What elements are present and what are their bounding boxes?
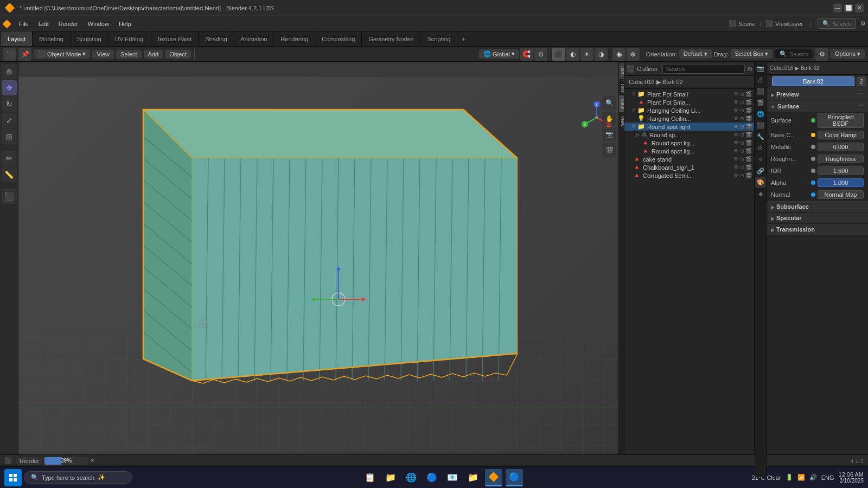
item-vis-icon7[interactable]: 👁 bbox=[733, 140, 739, 146]
transform-orientation[interactable]: Default ▾ bbox=[679, 49, 712, 59]
ior-value[interactable]: 1.500 bbox=[818, 166, 864, 175]
proportional-edit[interactable]: ⊙ bbox=[534, 48, 547, 61]
prop-tab-constraints[interactable]: 🔗 bbox=[755, 165, 766, 176]
item-sel-icon9[interactable]: ⊙ bbox=[740, 156, 744, 162]
alpha-value[interactable]: 1.000 bbox=[818, 178, 864, 187]
tab-modeling[interactable]: Modeling bbox=[33, 31, 71, 46]
taskbar-chrome1[interactable]: 🔵 bbox=[423, 469, 441, 486]
item-sel-icon3[interactable]: ⊙ bbox=[740, 107, 744, 113]
item-sel-icon6[interactable]: ⊙ bbox=[740, 132, 744, 138]
prop-tab-object[interactable]: ⬛ bbox=[755, 120, 766, 131]
tab-item[interactable]: Item bbox=[619, 63, 624, 79]
item-sel-icon10[interactable]: ⊙ bbox=[740, 164, 744, 170]
mode-select[interactable]: ⬛ Object Mode ▾ bbox=[34, 49, 90, 59]
tab-animation[interactable]: Animation bbox=[234, 31, 275, 46]
outliner-item-plant-pot-sma[interactable]: 🔺 Plant Pot Sma... 👁 ⊙ 🎬 bbox=[624, 98, 754, 106]
tab-shading[interactable]: Shading bbox=[199, 31, 234, 46]
item-sel-icon7[interactable]: ⊙ bbox=[740, 140, 744, 146]
metallic-value[interactable]: 0.000 bbox=[818, 143, 864, 151]
item-render-icon4[interactable]: 🎬 bbox=[745, 115, 752, 121]
outliner-item-round-spot-lig2[interactable]: 🔺 Round spot lig... 👁 ⊙ 🎬 bbox=[624, 147, 754, 155]
filter-icon[interactable]: ⚙ bbox=[815, 48, 828, 61]
editor-type-button[interactable]: ⬛ bbox=[3, 48, 16, 61]
item-vis-icon3[interactable]: 👁 bbox=[733, 107, 739, 113]
item-render-icon9[interactable]: 🎬 bbox=[745, 156, 752, 162]
tab-layout[interactable]: Layout bbox=[1, 31, 33, 46]
outliner-item-round-sp[interactable]: ▷ ⚙ Round sp... 👁 ⊙ 🎬 bbox=[624, 131, 754, 139]
render-view-button[interactable]: 🎬 bbox=[602, 143, 616, 157]
item-vis-icon2[interactable]: 👁 bbox=[733, 99, 739, 105]
prop-tab-physics[interactable]: ⚛ bbox=[755, 154, 766, 165]
item-sel-icon11[interactable]: ⊙ bbox=[740, 172, 744, 178]
measure-tool[interactable]: 📏 bbox=[2, 167, 17, 182]
item-vis-icon4[interactable]: 👁 bbox=[733, 115, 739, 121]
surface-value[interactable]: Principled BSDF bbox=[818, 113, 864, 128]
material-count[interactable]: 2 bbox=[857, 77, 866, 86]
taskbar-blender[interactable]: 🔶 bbox=[485, 469, 502, 486]
search-bar[interactable]: 🔍 Search bbox=[818, 18, 856, 29]
menu-render[interactable]: Render bbox=[54, 20, 82, 28]
preview-title[interactable]: Preview ⋯ bbox=[767, 88, 868, 100]
search-field[interactable]: 🔍 Search bbox=[775, 49, 813, 59]
taskbar-edge1[interactable]: 🌐 bbox=[403, 469, 420, 486]
add-cube-tool[interactable]: ⬛ bbox=[2, 189, 17, 204]
close-button[interactable]: ✕ bbox=[855, 4, 864, 12]
tab-uv-editing[interactable]: UV Editing bbox=[108, 31, 150, 46]
surface-options[interactable]: ⋯ bbox=[858, 102, 864, 110]
tab-texture-paint[interactable]: Texture Paint bbox=[150, 31, 199, 46]
scale-tool[interactable]: ⤢ bbox=[2, 113, 17, 128]
item-vis-icon8[interactable]: 👁 bbox=[733, 148, 739, 154]
taskbar-chrome2[interactable]: 🔵 bbox=[506, 469, 523, 486]
material-name-input[interactable] bbox=[772, 76, 854, 86]
taskbar-outlook[interactable]: 📧 bbox=[444, 469, 461, 486]
menu-help[interactable]: Help bbox=[114, 20, 136, 28]
overlay-toggle[interactable]: ◉ bbox=[612, 48, 626, 61]
viewport[interactable]: User Perspective (0) Collection | Cube.0… bbox=[18, 62, 618, 477]
render-mode-rendered[interactable]: ☀ bbox=[580, 48, 593, 61]
item-sel-icon5[interactable]: ⊙ bbox=[740, 124, 744, 130]
camera-view-button[interactable]: 📷 bbox=[602, 127, 616, 142]
tab-view[interactable]: View bbox=[619, 95, 624, 112]
item-vis-icon9[interactable]: 👁 bbox=[733, 156, 739, 162]
item-sel-icon[interactable]: ⊙ bbox=[740, 91, 744, 97]
annotate-tool[interactable]: ✏ bbox=[2, 151, 17, 166]
item-render-icon10[interactable]: 🎬 bbox=[745, 164, 752, 170]
transmission-title[interactable]: Transmission bbox=[767, 224, 868, 235]
snap-toggle[interactable]: 🧲 bbox=[520, 48, 533, 61]
item-vis-icon6[interactable]: 👁 bbox=[733, 132, 739, 138]
prop-tab-output[interactable]: 🖨 bbox=[755, 74, 766, 85]
roughness-value[interactable]: Roughness bbox=[818, 155, 864, 163]
pan-button[interactable]: ✋ bbox=[602, 112, 616, 126]
transform-tool[interactable]: ⊞ bbox=[2, 129, 17, 144]
item-render-icon[interactable]: 🎬 bbox=[745, 91, 752, 97]
rotate-tool[interactable]: ↻ bbox=[2, 97, 17, 112]
view-menu[interactable]: View bbox=[92, 50, 114, 59]
taskbar-task-manager[interactable]: 📋 bbox=[361, 469, 379, 486]
move-tool[interactable]: ✥ bbox=[2, 80, 17, 95]
select-menu[interactable]: Select bbox=[116, 50, 142, 59]
item-render-icon7[interactable]: 🎬 bbox=[745, 140, 752, 146]
tab-tool[interactable]: Tool bbox=[619, 80, 624, 95]
prop-tab-world[interactable]: 🌐 bbox=[755, 108, 766, 119]
item-vis-icon10[interactable]: 👁 bbox=[733, 164, 739, 170]
outliner-item-corrugated[interactable]: 🔺 Corrugated Semi... 👁 ⊙ 🎬 bbox=[624, 171, 754, 179]
prop-tab-view-layer[interactable]: ⬛ bbox=[755, 86, 766, 97]
maximize-button[interactable]: ⬜ bbox=[844, 4, 853, 12]
tab-view2[interactable]: View bbox=[619, 113, 624, 130]
item-sel-icon4[interactable]: ⊙ bbox=[740, 115, 744, 121]
taskbar-explorer2[interactable]: 📁 bbox=[464, 469, 482, 486]
outliner-item-cake-stand[interactable]: 🔺 cake stand 👁 ⊙ 🎬 bbox=[624, 155, 754, 163]
prop-tab-scene[interactable]: 🎬 bbox=[755, 97, 766, 108]
item-render-icon11[interactable]: 🎬 bbox=[745, 172, 752, 178]
render-mode-solid[interactable]: ⬛ bbox=[552, 48, 565, 61]
orientation-select[interactable]: 🌐 Global ▾ bbox=[479, 49, 519, 59]
outliner-item-round-spot-lig1[interactable]: 🔺 Round spot lig... 👁 ⊙ 🎬 bbox=[624, 139, 754, 147]
item-render-icon5[interactable]: 🎬 bbox=[745, 124, 752, 130]
pin-button[interactable]: 📌 bbox=[18, 48, 31, 61]
tab-rendering[interactable]: Rendering bbox=[274, 31, 315, 46]
outliner-item-plant-pot-small[interactable]: ▽ 📁 Plant Pot Small 👁 ⊙ 🎬 bbox=[624, 90, 754, 98]
minimize-button[interactable]: — bbox=[833, 4, 842, 12]
prop-tab-particles[interactable]: ⊙ bbox=[755, 143, 766, 153]
outliner-search-input[interactable] bbox=[662, 64, 745, 74]
prop-tab-modifiers[interactable]: 🔧 bbox=[755, 131, 766, 142]
